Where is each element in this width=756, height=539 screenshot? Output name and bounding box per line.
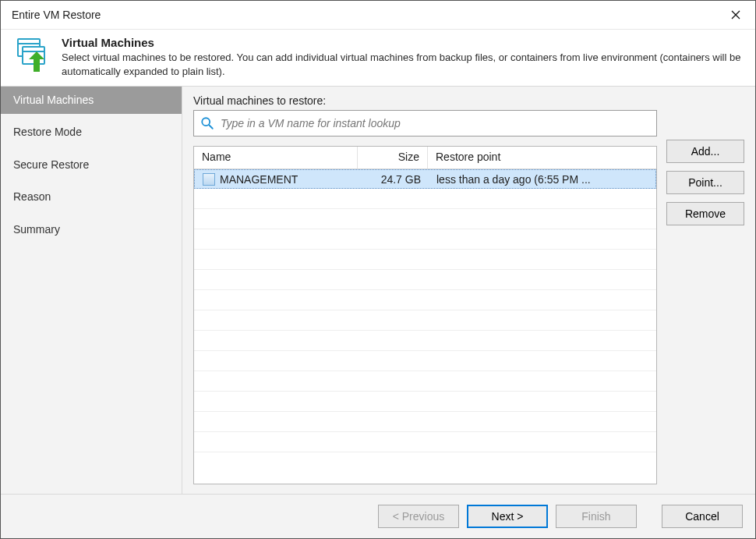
point-button[interactable]: Point...: [666, 171, 744, 194]
vms-to-restore-label: Virtual machines to restore:: [193, 94, 657, 107]
wizard-footer: < Previous Next > Finish Cancel: [1, 494, 755, 538]
vm-search-input[interactable]: [214, 116, 650, 130]
finish-button: Finish: [556, 505, 637, 528]
search-wrap: [193, 110, 657, 137]
vm-icon: [203, 173, 215, 186]
table-row-empty: [194, 331, 656, 351]
table-row-empty: [194, 392, 656, 412]
main-left: Virtual machines to restore: Name Size R…: [193, 94, 657, 484]
sidebar-item-reason[interactable]: Reason: [1, 183, 182, 211]
col-header-restore-point[interactable]: Restore point: [428, 147, 656, 168]
titlebar: Entire VM Restore: [1, 1, 755, 30]
remove-button[interactable]: Remove: [666, 202, 744, 225]
vm-table-body: MANAGEMENT 24.7 GB less than a day ago (…: [194, 169, 656, 484]
next-button[interactable]: Next >: [467, 505, 548, 528]
table-row-empty: [194, 310, 656, 331]
table-row-empty: [194, 290, 656, 310]
table-row-empty: [194, 189, 656, 209]
table-row-empty: [194, 209, 656, 229]
sidebar-item-summary[interactable]: Summary: [1, 216, 182, 243]
vm-table: Name Size Restore point MANAGEMENT 24.7 …: [193, 146, 657, 484]
entire-vm-restore-dialog: Entire VM Restore Virtual Machines Selec…: [0, 0, 756, 539]
wizard-header-text: Virtual Machines Select virtual machines…: [62, 36, 743, 78]
window-title: Entire VM Restore: [12, 9, 101, 21]
vm-restore-point: less than a day ago (6:55 PM ...: [429, 173, 655, 186]
wizard-body: Virtual Machines Restore Mode Secure Res…: [1, 86, 755, 494]
close-icon: [731, 10, 740, 20]
close-button[interactable]: [724, 5, 747, 25]
side-button-column: Add... Point... Remove: [666, 94, 744, 484]
table-row-empty: [194, 229, 656, 250]
table-row-empty: [194, 270, 656, 290]
previous-button: < Previous: [378, 505, 459, 528]
page-heading: Virtual Machines: [62, 36, 743, 49]
wizard-steps-sidebar: Virtual Machines Restore Mode Secure Res…: [1, 87, 182, 494]
cancel-button[interactable]: Cancel: [662, 505, 743, 528]
vm-table-header: Name Size Restore point: [194, 147, 656, 169]
table-row-empty: [194, 371, 656, 392]
search-icon: [200, 116, 214, 130]
svg-line-7: [209, 125, 213, 129]
vm-name: MANAGEMENT: [220, 173, 298, 186]
wizard-main: Virtual machines to restore: Name Size R…: [182, 87, 755, 494]
restore-vm-icon: [13, 36, 51, 73]
add-button[interactable]: Add...: [666, 140, 744, 163]
vm-size: 24.7 GB: [359, 173, 429, 186]
table-row-empty: [194, 412, 656, 432]
sidebar-item-secure-restore[interactable]: Secure Restore: [1, 151, 182, 179]
col-header-size[interactable]: Size: [358, 147, 428, 168]
table-row-empty: [194, 250, 656, 270]
sidebar-item-label: Reason: [13, 190, 51, 203]
sidebar-item-label: Virtual Machines: [13, 94, 94, 106]
wizard-header: Virtual Machines Select virtual machines…: [1, 30, 755, 86]
col-header-name[interactable]: Name: [194, 147, 358, 168]
sidebar-item-virtual-machines[interactable]: Virtual Machines: [1, 87, 182, 114]
sidebar-item-label: Summary: [13, 223, 60, 236]
sidebar-item-label: Secure Restore: [13, 158, 89, 171]
table-row-empty: [194, 432, 656, 452]
table-row[interactable]: MANAGEMENT 24.7 GB less than a day ago (…: [194, 169, 656, 189]
page-subheading: Select virtual machines to be restored. …: [62, 51, 743, 78]
sidebar-item-restore-mode[interactable]: Restore Mode: [1, 119, 182, 146]
table-row-empty: [194, 351, 656, 371]
sidebar-item-label: Restore Mode: [13, 126, 82, 138]
